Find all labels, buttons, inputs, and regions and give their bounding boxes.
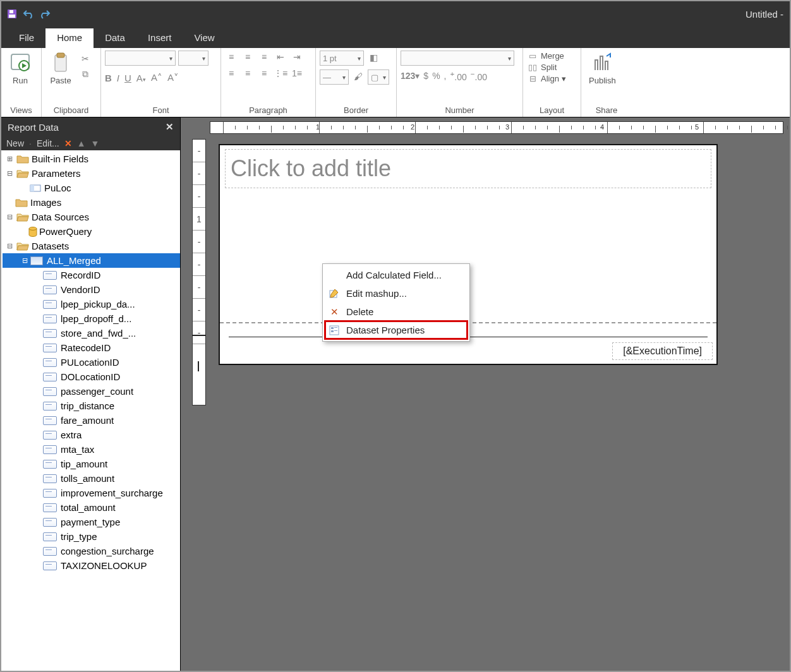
- align-right-icon[interactable]: ≡: [258, 51, 270, 63]
- border-weight-combo[interactable]: 1 pt▾: [320, 51, 364, 66]
- italic-button[interactable]: I: [117, 73, 119, 83]
- tree-field[interactable]: TAXIZONELOOKUP: [3, 558, 180, 573]
- tree-field[interactable]: lpep_pickup_da...: [3, 297, 180, 311]
- field-icon: [43, 489, 57, 498]
- move-up-icon[interactable]: ▲: [77, 138, 86, 148]
- tree-field[interactable]: trip_type: [3, 529, 180, 544]
- ctx-edit-mashup[interactable]: Edit mashup...: [325, 284, 468, 303]
- tree-field[interactable]: congestion_surcharge: [3, 544, 180, 558]
- ctx-dataset-properties[interactable]: Dataset Properties: [325, 321, 468, 339]
- number-general-icon[interactable]: 123▾: [401, 71, 420, 81]
- tree-field[interactable]: trip_distance: [3, 399, 180, 413]
- folder-open-icon: [15, 241, 30, 252]
- border-color-icon[interactable]: ◧: [366, 51, 380, 64]
- indent-dec-icon[interactable]: ⇤: [274, 51, 287, 63]
- currency-icon[interactable]: $: [423, 71, 428, 81]
- tab-data[interactable]: Data: [94, 28, 136, 48]
- tree-field[interactable]: fare_amount: [3, 413, 180, 428]
- tab-file[interactable]: File: [8, 28, 45, 48]
- tree-field[interactable]: DOLocationID: [3, 369, 180, 384]
- tree-ds-powerquery[interactable]: PowerQuery: [3, 224, 180, 239]
- decrease-decimal-icon[interactable]: −.00: [471, 69, 487, 82]
- cut-icon[interactable]: ✂: [78, 52, 92, 66]
- tree-field[interactable]: PULocationID: [3, 355, 180, 369]
- move-down-icon[interactable]: ▼: [91, 138, 100, 148]
- shrink-font-button[interactable]: A˅: [167, 72, 179, 83]
- ribbon: Run Views Paste ✂ ⧉ Clipboard ▾ ▾ B I: [1, 48, 790, 117]
- bullets-icon[interactable]: ⋮≡: [274, 67, 287, 80]
- tab-insert[interactable]: Insert: [136, 28, 183, 48]
- paste-button[interactable]: Paste: [45, 51, 76, 87]
- align-bottom-icon[interactable]: ≡: [258, 67, 270, 80]
- edit-button[interactable]: Edit...: [37, 138, 59, 148]
- grow-font-button[interactable]: A˄: [151, 72, 162, 83]
- tree-field[interactable]: RatecodeID: [3, 340, 180, 355]
- group-layout-label: Layout: [527, 105, 577, 116]
- undo-icon[interactable]: [21, 7, 35, 21]
- field-icon: [43, 503, 57, 512]
- border-style-combo[interactable]: —▾: [320, 69, 349, 85]
- delete-icon: ✕: [327, 305, 341, 319]
- tree-field[interactable]: lpep_dropoff_d...: [3, 311, 180, 326]
- fill-color-icon[interactable]: 🖌: [351, 69, 365, 83]
- new-button[interactable]: New: [6, 138, 24, 148]
- tab-home[interactable]: Home: [45, 28, 94, 48]
- tree-parameters[interactable]: ⊟ Parameters: [3, 166, 180, 181]
- font-color-button[interactable]: A▾: [136, 73, 146, 83]
- tree-field[interactable]: extra: [3, 428, 180, 442]
- align-middle-icon[interactable]: ≡: [241, 67, 254, 80]
- borders-combo[interactable]: ▢▾: [368, 69, 389, 85]
- merge-button[interactable]: ▭Merge: [527, 51, 566, 61]
- tree-field[interactable]: tolls_amount: [3, 471, 180, 486]
- redo-icon[interactable]: [38, 7, 52, 21]
- split-button[interactable]: ▯▯Split: [527, 62, 566, 72]
- svg-rect-2: [9, 10, 13, 13]
- footer-execution-time[interactable]: [&ExecutionTime]: [612, 342, 713, 360]
- tree-field[interactable]: improvement_surcharge: [3, 486, 180, 500]
- increase-decimal-icon[interactable]: +.00: [450, 69, 467, 82]
- tree-field[interactable]: payment_type: [3, 515, 180, 529]
- align-button[interactable]: ⊟Align ▾: [527, 73, 566, 83]
- folder-icon: [15, 153, 30, 165]
- copy-icon[interactable]: ⧉: [78, 67, 92, 81]
- align-top-icon[interactable]: ≡: [225, 67, 238, 80]
- ctx-delete[interactable]: ✕ Delete: [325, 303, 468, 321]
- title-placeholder[interactable]: Click to add title: [225, 149, 711, 188]
- tree-field[interactable]: VendorID: [3, 282, 180, 297]
- tree-field[interactable]: passenger_count: [3, 384, 180, 399]
- indent-inc-icon[interactable]: ⇥: [291, 51, 303, 63]
- publish-button[interactable]: Publish: [585, 51, 620, 87]
- ribbon-tabs: File Home Data Insert View: [1, 27, 790, 48]
- tab-view[interactable]: View: [183, 28, 226, 48]
- percent-icon[interactable]: %: [432, 71, 440, 81]
- tree-data-sources[interactable]: ⊟ Data Sources: [3, 210, 180, 224]
- field-icon: [43, 329, 57, 338]
- design-surface[interactable]: 12345 ---1----- Click to add title [&Exe…: [181, 117, 790, 671]
- delete-icon[interactable]: ✕: [64, 138, 72, 148]
- tree-param-puloc[interactable]: PuLoc: [3, 181, 180, 195]
- run-button[interactable]: Run: [5, 51, 35, 87]
- bold-button[interactable]: B: [105, 73, 112, 83]
- tree-field[interactable]: total_amount: [3, 500, 180, 515]
- tree-datasets[interactable]: ⊟ Datasets: [3, 239, 180, 253]
- tree-images[interactable]: Images: [3, 195, 180, 210]
- close-icon[interactable]: ✕: [166, 121, 174, 133]
- underline-button[interactable]: U: [124, 73, 131, 83]
- tree-field[interactable]: tip_amount: [3, 457, 180, 471]
- comma-icon[interactable]: ,: [444, 71, 447, 81]
- numbering-icon[interactable]: 1≡: [291, 67, 303, 80]
- tree-field[interactable]: store_and_fwd_...: [3, 326, 180, 340]
- tree-dataset-all-merged[interactable]: ⊟ ALL_Merged: [3, 253, 180, 268]
- save-icon[interactable]: [5, 7, 19, 21]
- ctx-add-calculated-field[interactable]: Add Calculated Field...: [325, 266, 468, 284]
- font-size-combo[interactable]: ▾: [178, 51, 208, 66]
- font-family-combo[interactable]: ▾: [105, 51, 176, 66]
- tree-field[interactable]: RecordID: [3, 268, 180, 282]
- tree-field[interactable]: mta_tax: [3, 442, 180, 457]
- svg-rect-13: [331, 330, 334, 332]
- tree-builtin-fields[interactable]: ⊞ Built-in Fields: [3, 152, 180, 166]
- number-format-combo[interactable]: ▾: [401, 51, 514, 66]
- align-center-icon[interactable]: ≡: [241, 51, 254, 63]
- align-left-icon[interactable]: ≡: [225, 51, 238, 63]
- group-paragraph-label: Paragraph: [225, 105, 311, 116]
